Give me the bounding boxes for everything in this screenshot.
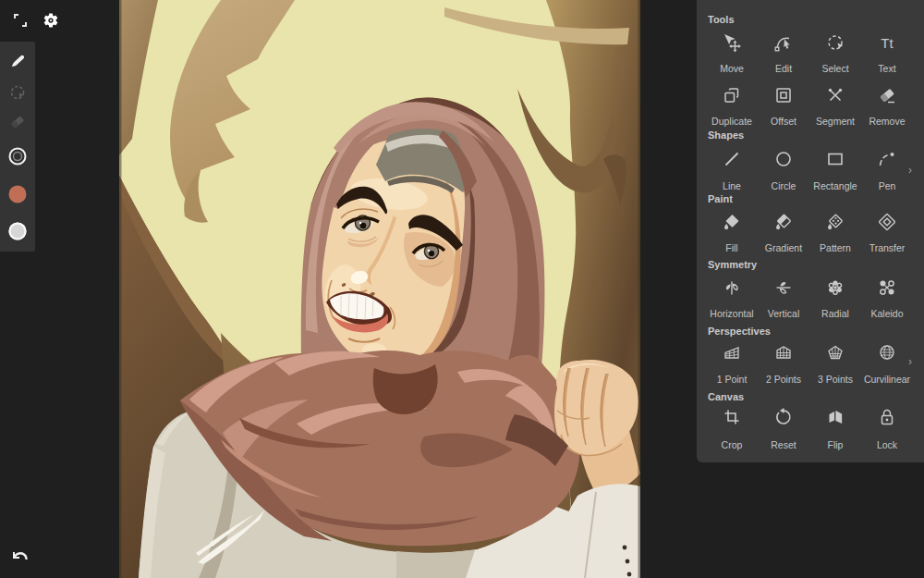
svg-text:Tt: Tt	[881, 35, 894, 51]
